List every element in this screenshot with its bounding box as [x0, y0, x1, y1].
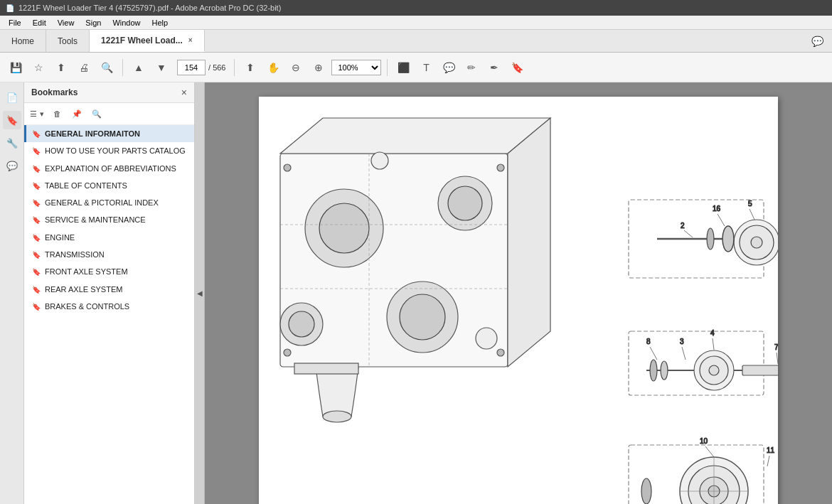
- tab-tools[interactable]: Tools: [46, 30, 90, 52]
- bookmark-icon-4: 🔖: [32, 198, 41, 208]
- bookmark-item-3[interactable]: 🔖TABLE OF CONTENTS: [24, 177, 194, 194]
- bookmark-label-9: REAR AXLE SYSTEM: [45, 284, 122, 294]
- menu-help[interactable]: Help: [146, 17, 174, 28]
- bookmark-item-0[interactable]: 🔖GENERAL INFORMAITON: [24, 125, 194, 142]
- tab-bar: Home Tools 1221F Wheel Load... × 💬: [0, 30, 832, 53]
- menu-file[interactable]: File: [3, 17, 27, 28]
- menu-window[interactable]: Window: [107, 17, 146, 28]
- app-icon: 📄: [6, 4, 14, 12]
- bm-search-button[interactable]: 🔍: [88, 106, 105, 122]
- tab-home[interactable]: Home: [0, 30, 46, 52]
- highlight-tool[interactable]: ✒: [484, 58, 504, 77]
- svg-point-57: [709, 365, 719, 375]
- bookmark-item-1[interactable]: 🔖HOW TO USE YOUR PARTS CATALOG: [24, 142, 194, 159]
- page-total: / 566: [208, 63, 225, 72]
- menu-edit[interactable]: Edit: [27, 17, 52, 28]
- bookmark-item-8[interactable]: 🔖FRONT AXLE SYSTEM: [24, 263, 194, 280]
- bookmark-item-4[interactable]: 🔖GENERAL & PICTORIAL INDEX: [24, 194, 194, 211]
- page-number-input[interactable]: [177, 60, 206, 75]
- prev-page-button[interactable]: ▲: [129, 58, 149, 77]
- zoom-out-button[interactable]: ⊖: [286, 58, 306, 77]
- sidebar-icon-comments[interactable]: 💬: [3, 156, 21, 175]
- toolbar-separator-3: [387, 59, 388, 76]
- svg-rect-54: [742, 365, 778, 375]
- bookmark-label-4: GENERAL & PICTORIAL INDEX: [45, 198, 159, 208]
- type-tool[interactable]: T: [416, 58, 436, 77]
- zoom-in-button[interactable]: ⊕: [309, 58, 329, 77]
- bookmark-label-8: FRONT AXLE SYSTEM: [45, 267, 128, 277]
- svg-point-2: [319, 203, 369, 253]
- bookmark-item-6[interactable]: 🔖ENGINE: [24, 229, 194, 246]
- bm-new-button[interactable]: 📌: [68, 106, 85, 122]
- menu-view[interactable]: View: [52, 17, 80, 28]
- menu-bar: File Edit View Sign Window Help: [0, 16, 832, 30]
- bookmark-icon-7: 🔖: [32, 250, 41, 259]
- svg-point-12: [497, 164, 504, 171]
- panel-collapse-handle[interactable]: ◀: [195, 82, 205, 504]
- tab-close-button[interactable]: ×: [188, 36, 193, 44]
- bookmark-item-10[interactable]: 🔖BRAKES & CONTROLS: [24, 298, 194, 315]
- message-icon[interactable]: 💬: [803, 30, 832, 52]
- fit-page-button[interactable]: ⬛: [393, 58, 413, 77]
- bookmarks-title: Bookmarks: [31, 87, 78, 97]
- svg-text:4: 4: [710, 329, 715, 337]
- draw-tool[interactable]: ✏: [462, 58, 481, 77]
- bookmark-item-7[interactable]: 🔖TRANSMISSION: [24, 246, 194, 263]
- bookmark-icon-1: 🔖: [32, 146, 41, 156]
- bookmark-add-button[interactable]: ☆: [28, 58, 48, 77]
- svg-text:11: 11: [767, 446, 775, 454]
- svg-point-8: [448, 186, 482, 220]
- pdf-viewer[interactable]: 14 15 1 16 5 2: [205, 82, 832, 504]
- bookmark-item-2[interactable]: 🔖EXPLANATION OF ABBREVIATIONS: [24, 160, 194, 177]
- svg-text:16: 16: [713, 205, 721, 213]
- svg-text:2: 2: [681, 222, 685, 230]
- svg-text:7: 7: [774, 343, 778, 351]
- bookmark-label-7: TRANSMISSION: [45, 250, 105, 259]
- zoom-select[interactable]: 100% 75% 125% 150%: [331, 60, 381, 75]
- sidebar-icon-bookmarks[interactable]: 🔖: [3, 111, 21, 129]
- svg-point-88: [641, 478, 651, 504]
- svg-point-66: [661, 361, 668, 380]
- bookmark-label-2: EXPLANATION OF ABBREVIATIONS: [45, 163, 176, 173]
- svg-line-98: [767, 456, 769, 466]
- tab-document-label: 1221F Wheel Load...: [101, 36, 183, 45]
- bm-options-button[interactable]: ☰ ▾: [28, 106, 46, 122]
- tab-document[interactable]: 1221F Wheel Load... ×: [90, 30, 205, 52]
- comment-tool[interactable]: 💬: [439, 58, 459, 77]
- svg-point-10: [476, 328, 497, 349]
- upload-button[interactable]: ⬆: [51, 58, 71, 77]
- bookmark-icon-3: 🔖: [32, 181, 41, 191]
- print-button[interactable]: 🖨: [74, 58, 94, 77]
- bookmark-item-9[interactable]: 🔖REAR AXLE SYSTEM: [24, 281, 194, 298]
- bookmark-label-6: ENGINE: [45, 232, 75, 242]
- next-page-button[interactable]: ▼: [151, 58, 171, 77]
- stamp-tool[interactable]: 🔖: [507, 58, 527, 77]
- svg-line-73: [777, 353, 778, 364]
- bookmark-icon-6: 🔖: [32, 233, 41, 242]
- title-bar-text: 1221F Wheel Loader Tier 4 (47525797).pdf…: [18, 4, 281, 12]
- svg-text:3: 3: [680, 338, 684, 345]
- bookmarks-close-button[interactable]: ×: [181, 87, 187, 98]
- svg-point-11: [284, 164, 291, 171]
- cursor-tool[interactable]: ⬆: [240, 58, 260, 77]
- hand-tool[interactable]: ✋: [263, 58, 283, 77]
- enhance-button[interactable]: 🔍: [97, 58, 117, 77]
- bookmark-label-3: TABLE OF CONTENTS: [45, 181, 127, 191]
- bookmarks-toolbar: ☰ ▾ 🗑 📌 🔍: [24, 103, 194, 125]
- svg-point-14: [497, 349, 504, 356]
- toolbar-separator-1: [122, 59, 123, 76]
- svg-point-13: [284, 349, 291, 356]
- bm-delete-button[interactable]: 🗑: [48, 106, 65, 122]
- menu-sign[interactable]: Sign: [80, 17, 107, 28]
- technical-diagram: 14 15 1 16 5 2: [259, 97, 778, 504]
- svg-point-36: [751, 237, 762, 248]
- sidebar-icon-pages[interactable]: 📄: [3, 88, 21, 107]
- bookmark-icon-10: 🔖: [32, 302, 41, 311]
- bookmarks-panel: Bookmarks × ☰ ▾ 🗑 📌 🔍 🔖GENERAL INFORMAIT…: [24, 82, 195, 504]
- page-nav: / 566: [177, 60, 225, 75]
- bookmark-icon-9: 🔖: [32, 285, 41, 294]
- sidebar-icon-tools[interactable]: 🔧: [3, 134, 21, 152]
- svg-point-18: [323, 411, 351, 422]
- bookmark-item-5[interactable]: 🔖SERVICE & MAINTENANCE: [24, 211, 194, 228]
- save-button[interactable]: 💾: [6, 58, 26, 77]
